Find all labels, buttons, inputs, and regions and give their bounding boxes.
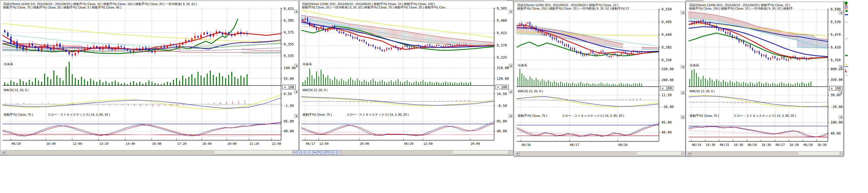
pane-scroll-button[interactable]: ◄	[681, 65, 684, 69]
background-chart-fragment	[845, 64, 848, 65]
svg-text:日経225mini 11/09( 30分, 2011/06/: 日経225mini 11/09( 30分, 2011/06/10 - 2011/…	[517, 3, 618, 7]
svg-text:◄: ◄	[295, 10, 298, 13]
gridlines: 06/1416:3006/1516:3006/1616:3006/1716:30…	[688, 7, 843, 147]
stoch-axis-label: 95.00	[497, 119, 507, 123]
price-axis-label: 9,350	[831, 58, 841, 62]
macd-pane: MACD( 12, 26, 9 )	[301, 88, 494, 106]
time-axis-label: 06/14	[692, 143, 701, 147]
mini-toolbar-button[interactable]: ▫	[301, 151, 305, 155]
pane-scroll-button[interactable]: ◄	[681, 91, 684, 95]
stoch-ma-label: 移動平均( Close, 75 )	[690, 114, 719, 117]
pane-scroll-button[interactable]: ◄	[294, 114, 298, 118]
chart-header: 日経225mini 11/09( 30分, 2011/06/10 - 2011/…	[517, 3, 629, 10]
stoch-ma-label: 移動平均( Close, 75 )	[4, 113, 33, 116]
pane-scroll-button[interactable]: ◄	[681, 116, 684, 119]
price-axis-label: 9,325	[497, 56, 507, 60]
time-axis-label: 10:40	[46, 142, 56, 146]
time-axis-label: 06/17	[306, 142, 315, 146]
pane-scroll-button[interactable]: ◄	[839, 11, 842, 14]
mini-toolbar-button[interactable]: L	[321, 151, 325, 155]
mini-toolbar-button[interactable]: ⊕	[329, 151, 333, 155]
svg-text:◄: ◄	[509, 115, 512, 117]
pane-scroll-button[interactable]: ◄	[294, 90, 298, 93]
pane-scroll-button[interactable]: ◄	[294, 64, 298, 67]
horizontal-scrollbar[interactable]: ◄	[687, 151, 843, 156]
chart-canvas-30min: 日経225mini 11/09( 30分, 2011/06/10 - 2011/…	[514, 2, 685, 151]
scroll-left-button[interactable]: ◄	[1, 151, 6, 155]
stoch-axis-label: 95.00	[284, 119, 294, 123]
price-axis-label: 9,370	[497, 43, 507, 47]
time-axis-label: 22:40	[272, 142, 281, 146]
volume-axis-label: 140.00	[284, 66, 296, 70]
horizontal-scrollbar[interactable]: ◄	[515, 151, 685, 156]
mini-toolbar-button[interactable]: ↓	[305, 151, 309, 155]
mini-toolbar-button[interactable]: D	[317, 151, 321, 155]
stoch-axis-label: 100.00	[831, 121, 843, 124]
scrollbar-thumb[interactable]	[799, 152, 840, 156]
scrollbar-thumb[interactable]	[453, 151, 509, 155]
stoch-pane-label: スロー・ストキャスティクス( 14, 3, 80, 20 )	[562, 114, 624, 117]
background-chart-fragment	[845, 5, 847, 6]
volume-axis-label: 55.00	[284, 77, 294, 81]
mini-toolbar-button[interactable]: B	[325, 151, 329, 155]
stoch-pane-label: スロー・ストキャスティクス( 14, 3, 80, 20 )	[346, 113, 409, 116]
stoch-axis-label: 40.00	[497, 129, 507, 133]
horizontal-scrollbar[interactable]: ◄	[1, 150, 298, 155]
price-axis-label: 9,415	[497, 31, 507, 35]
macd-pane-label: MACD( 12, 26, 9 )	[690, 90, 715, 93]
scroll-left-button[interactable]: ◄	[687, 152, 691, 156]
svg-text:◄: ◄	[295, 65, 298, 67]
pane-scroll-button[interactable]: ◄	[839, 116, 842, 119]
scrollbar-thumb[interactable]	[215, 151, 292, 155]
macd-pane-label: MACD( 12, 26, 9 )	[303, 88, 328, 92]
background-chart-fragment	[845, 55, 848, 56]
stoch-axis-label: 95.00	[661, 121, 672, 124]
background-chart-fragment	[845, 10, 848, 12]
price-axis-label: 9,550	[661, 7, 672, 11]
pane-scroll-button[interactable]: ◄	[509, 114, 512, 118]
stochastics-pane: 移動平均( Close, 75 )スロー・ストキャスティクス( 14, 3, 8…	[3, 113, 281, 136]
scroll-left-button[interactable]: ◄	[515, 152, 520, 156]
macd-pane: MACD( 12, 26, 9 )	[517, 90, 659, 107]
volume-multiplier-badge: × 100	[282, 85, 296, 89]
macd-axis-label: 14.50	[497, 92, 507, 96]
svg-text:移動平均( Close, 150 ) 移動平均( Clos: 移動平均( Close, 150 ) 移動平均( Close, 20 ) 一目均…	[517, 7, 629, 10]
chart-canvas-5min: 日経225mini 11/09( 5分, 2011/06/15 - 2011/0…	[0, 1, 299, 150]
chart-window-60min: 日経225mini 11/09( 60分, 2011/06/10 - 2011/…	[686, 2, 844, 157]
stoch-ma-label: 移動平均( Close, 75 )	[303, 113, 332, 116]
background-chart-fragment	[845, 22, 848, 23]
mini-toolbar-button[interactable]: ⇄	[293, 151, 297, 155]
time-axis-label: 16:30	[817, 143, 827, 147]
pane-scroll-button[interactable]: ◄	[509, 90, 512, 93]
mini-toolbar-button[interactable]: ✕	[333, 151, 337, 155]
svg-text:◄: ◄	[509, 10, 512, 13]
pane-scroll-button[interactable]: ◄	[509, 10, 512, 13]
background-chart-fragment	[845, 8, 848, 9]
volume-axis-label: 310.00	[497, 66, 509, 70]
mini-toolbar-button[interactable]: ▶	[313, 151, 317, 155]
time-axis-label: 17:20	[177, 142, 187, 146]
time-axis-label: 06/16	[747, 143, 757, 147]
chart-canvas-60min: 日経225mini 11/09( 60分, 2011/06/10 - 2011/…	[686, 2, 843, 151]
scrollbar-thumb[interactable]	[637, 152, 682, 156]
time-axis-label: 16:30	[706, 143, 715, 147]
mini-toolbar-button[interactable]: −	[309, 151, 313, 155]
mini-toolbar-button[interactable]: ↕	[337, 151, 341, 155]
pane-scroll-button[interactable]: ◄	[839, 65, 842, 69]
volume-axis-label: 550.00	[661, 67, 674, 71]
macd-axis-label: -1.50	[284, 104, 294, 108]
pane-scroll-button[interactable]: ◄	[294, 10, 298, 13]
price-axis-label: 9,440	[661, 33, 672, 37]
time-axis-label: 06/16	[522, 143, 531, 147]
macd-pane-label: MACD( 12, 26, 9 )	[518, 90, 543, 93]
stochastics-pane: 移動平均( Close, 75 )スロー・ストキャスティクス( 14, 3, 8…	[301, 113, 494, 136]
price-axis-label: 9,410	[831, 45, 841, 50]
pane-scroll-button[interactable]: ◄	[681, 11, 684, 14]
stoch-pane-label: スロー・ストキャスティクス( 14, 3, 80, 20 )	[734, 114, 796, 117]
pane-scroll-button[interactable]: ◄	[839, 91, 842, 95]
pane-scroll-button[interactable]: ◄	[509, 64, 512, 67]
price-axis-label: 9,495	[661, 20, 672, 24]
mini-toolbar-button[interactable]: +	[298, 151, 301, 155]
mini-toolbar: ⇄+▫↓−▶DLB⊕✕↕	[293, 151, 341, 155]
macd-axis-label: -20.00	[831, 105, 843, 109]
